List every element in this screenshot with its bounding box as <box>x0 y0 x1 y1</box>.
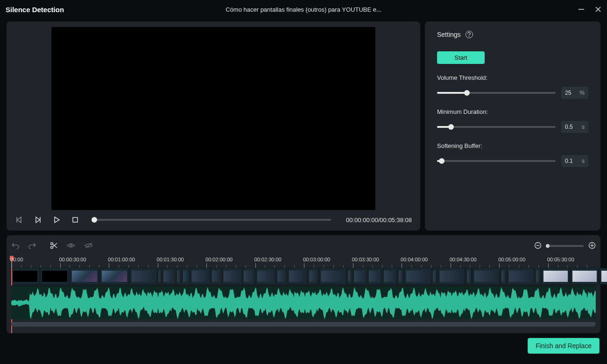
zoom-slider[interactable] <box>546 245 584 247</box>
clip[interactable] <box>600 268 607 285</box>
clip[interactable] <box>507 268 534 285</box>
clip[interactable] <box>162 268 176 285</box>
ruler-label: 00:00 <box>10 257 23 262</box>
ruler-label: 00:05:00:00 <box>498 257 525 262</box>
clip[interactable] <box>158 268 162 285</box>
clip[interactable] <box>100 268 129 285</box>
ruler-label: 00:04:00:00 <box>401 257 428 262</box>
ruler-label: 00:00:30:00 <box>59 257 86 262</box>
clip[interactable] <box>466 268 472 285</box>
svg-rect-8 <box>73 217 78 222</box>
clip[interactable] <box>473 268 500 285</box>
timeline-panel: 00:0000:00:30:0000:01:00:0000:01:30:0000… <box>7 235 600 333</box>
ruler-label: 00:02:30:00 <box>254 257 282 262</box>
clip[interactable] <box>211 268 221 285</box>
step-forward-icon[interactable] <box>34 216 42 224</box>
minimize-icon[interactable] <box>578 6 585 13</box>
clip[interactable] <box>308 268 318 285</box>
min-duration-slider[interactable] <box>437 126 556 128</box>
clip[interactable] <box>243 268 255 285</box>
volume-threshold-slider[interactable] <box>437 92 556 94</box>
finish-replace-button[interactable]: Finish and Replace <box>528 338 600 354</box>
time-ruler[interactable]: 00:0000:00:30:0000:01:00:0000:01:30:0000… <box>11 257 596 268</box>
volume-threshold-value[interactable]: 25% <box>561 87 588 99</box>
video-track[interactable] <box>11 268 596 285</box>
clip[interactable] <box>191 268 210 285</box>
clip[interactable] <box>383 268 397 285</box>
step-back-icon[interactable] <box>15 216 23 224</box>
clip[interactable] <box>368 268 382 285</box>
svg-marker-7 <box>55 217 59 223</box>
settings-header: Settings <box>437 31 461 38</box>
ruler-label: 00:05:30:00 <box>547 257 574 262</box>
softening-buffer-label: Softening Buffer: <box>437 142 588 149</box>
min-duration-value[interactable]: 0.5s <box>561 121 588 133</box>
stop-icon[interactable] <box>71 216 79 224</box>
eye-off-icon[interactable] <box>84 242 93 251</box>
ruler-label: 00:03:30:00 <box>352 257 379 262</box>
clip[interactable] <box>256 268 275 285</box>
close-icon[interactable] <box>595 6 601 13</box>
timecode-display: 00:00:00:00/00:05:38:08 <box>346 217 412 224</box>
play-icon[interactable] <box>52 216 61 224</box>
app-title: Silence Detection <box>6 6 64 14</box>
svg-point-10 <box>51 246 53 248</box>
clip[interactable] <box>176 268 181 285</box>
volume-threshold-label: Volume Threshold: <box>437 74 588 81</box>
ruler-label: 00:01:30:00 <box>157 257 184 262</box>
clip[interactable] <box>535 268 541 285</box>
softening-buffer-value[interactable]: 0.1s <box>561 155 588 167</box>
clip[interactable] <box>542 268 570 285</box>
svg-point-9 <box>51 242 53 245</box>
clip[interactable] <box>347 268 352 285</box>
clip[interactable] <box>432 268 437 285</box>
softening-buffer-slider[interactable] <box>437 160 556 162</box>
zoom-out-icon[interactable] <box>534 242 542 251</box>
redo-icon[interactable] <box>28 242 36 251</box>
clip[interactable] <box>222 268 242 285</box>
titlebar: Silence Detection Cómo hacer pantallas f… <box>0 0 607 19</box>
seek-slider[interactable] <box>94 219 331 221</box>
svg-marker-5 <box>36 217 40 223</box>
ruler-label: 00:02:00:00 <box>205 257 233 262</box>
clip[interactable] <box>130 268 157 285</box>
ruler-label: 00:04:30:00 <box>450 257 477 262</box>
clip[interactable] <box>398 268 403 285</box>
clip[interactable] <box>288 268 307 285</box>
clip[interactable] <box>571 268 599 285</box>
clip[interactable] <box>438 268 465 285</box>
settings-panel: Settings ? Start Volume Threshold: 25% M… <box>425 21 600 231</box>
clip[interactable] <box>501 268 506 285</box>
ruler-label: 00:03:00:00 <box>303 257 330 262</box>
video-preview[interactable] <box>51 27 375 210</box>
min-duration-label: Minimum Duration: <box>437 108 588 115</box>
doc-title: Cómo hacer pantallas finales (outros) pa… <box>226 6 381 13</box>
clip[interactable] <box>276 268 287 285</box>
clip[interactable] <box>70 268 99 285</box>
clip[interactable] <box>11 268 39 285</box>
scissors-icon[interactable] <box>49 241 58 251</box>
eye-icon[interactable] <box>66 242 76 251</box>
play-controls: 00:00:00:00/00:05:38:08 <box>13 216 414 224</box>
help-icon[interactable]: ? <box>466 31 473 38</box>
clip[interactable] <box>319 268 346 285</box>
svg-marker-3 <box>17 217 21 223</box>
start-button[interactable]: Start <box>437 51 485 64</box>
clip[interactable] <box>40 268 69 285</box>
preview-panel: 00:00:00:00/00:05:38:08 <box>7 21 420 231</box>
clip[interactable] <box>404 268 431 285</box>
audio-track[interactable] <box>11 286 596 319</box>
clip[interactable] <box>353 268 367 285</box>
undo-icon[interactable] <box>11 242 20 251</box>
svg-point-13 <box>70 244 72 246</box>
clip[interactable] <box>182 268 190 285</box>
timeline-scrollbar[interactable] <box>11 322 596 327</box>
ruler-label: 00:01:00:00 <box>108 257 135 262</box>
zoom-in-icon[interactable] <box>588 242 596 251</box>
